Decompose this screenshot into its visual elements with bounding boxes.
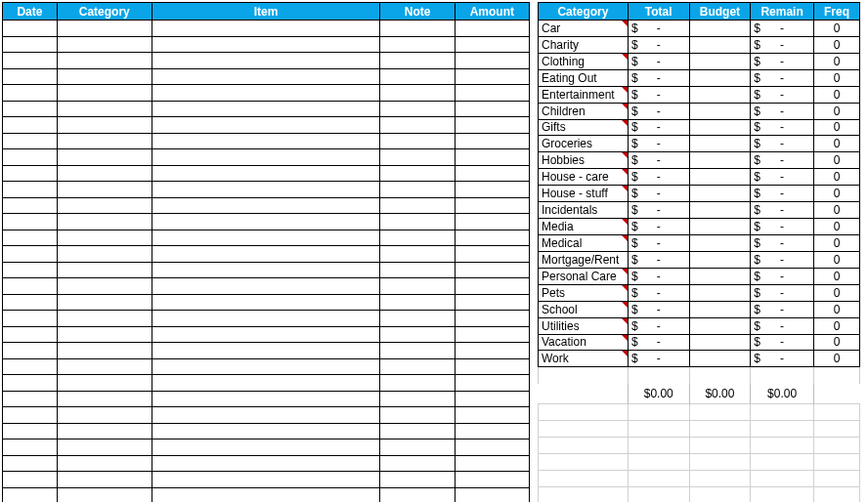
cell[interactable] [57,101,152,117]
category-name-cell[interactable]: Work [539,351,629,367]
cell[interactable] [455,262,529,278]
category-name-cell[interactable]: Medical [539,234,629,251]
cell[interactable] [455,455,529,472]
cell[interactable] [3,439,58,456]
cell[interactable] [152,197,380,214]
cell[interactable] [751,487,814,502]
cell[interactable] [3,455,58,472]
budget-cell[interactable] [689,351,751,367]
budget-cell[interactable] [689,119,751,136]
cell[interactable] [455,278,529,295]
transaction-row[interactable] [3,472,530,488]
cell[interactable] [539,438,629,454]
cell[interactable] [380,165,455,182]
cell[interactable] [380,439,455,456]
cell[interactable] [751,454,814,471]
cell[interactable] [455,294,529,311]
category-name-cell[interactable]: Personal Care [539,268,629,284]
category-name-cell[interactable]: Eating Out [539,69,629,86]
cell[interactable] [152,375,380,392]
category-name-cell[interactable]: Car [539,21,629,37]
category-name-cell[interactable]: Gifts [539,119,629,136]
cell[interactable] [539,454,629,471]
cell[interactable] [3,472,58,488]
freq-cell[interactable]: 0 [813,234,859,251]
transaction-row[interactable] [3,230,530,246]
cell[interactable] [380,423,455,439]
cell[interactable] [3,358,58,375]
cell[interactable] [380,214,455,230]
cell[interactable] [455,21,529,37]
cell[interactable] [57,311,152,327]
category-name-cell[interactable]: Entertainment [539,86,629,103]
cell[interactable] [628,404,689,421]
cell[interactable] [628,421,689,438]
transaction-row[interactable] [3,439,530,456]
cell[interactable] [57,165,152,182]
cell[interactable] [380,230,455,246]
cell[interactable] [751,471,814,487]
budget-cell[interactable] [689,21,751,37]
cell[interactable] [57,197,152,214]
cell[interactable] [152,68,380,85]
cell[interactable] [3,423,58,439]
cell[interactable] [628,438,689,454]
category-name-cell[interactable]: Children [539,103,629,119]
transaction-row[interactable] [3,21,530,37]
remain-cell[interactable]: $- [751,119,814,136]
total-cell[interactable]: $- [628,69,689,86]
transaction-row[interactable] [3,133,530,149]
cell[interactable] [455,423,529,439]
total-cell[interactable]: $- [628,136,689,152]
cell[interactable] [380,326,455,343]
cell[interactable] [751,404,814,421]
total-cell[interactable]: $- [628,351,689,367]
remain-cell[interactable]: $- [751,202,814,219]
cell[interactable] [380,182,455,198]
cell[interactable] [152,246,380,263]
cell[interactable] [455,101,529,117]
total-cell[interactable]: $- [628,36,689,53]
category-name-cell[interactable]: Clothing [539,53,629,69]
cell[interactable] [152,53,380,69]
cell[interactable] [3,182,58,198]
cell[interactable] [3,53,58,69]
cell[interactable] [813,471,859,487]
transaction-row[interactable] [3,391,530,407]
transaction-row[interactable] [3,53,530,69]
total-cell[interactable]: $- [628,317,689,334]
cell[interactable] [455,197,529,214]
budget-cell[interactable] [689,219,751,235]
cell[interactable] [455,391,529,407]
cell[interactable] [57,230,152,246]
cell[interactable] [57,21,152,37]
budget-cell[interactable] [689,234,751,251]
cell[interactable] [751,438,814,454]
cell[interactable] [57,246,152,263]
remain-cell[interactable]: $- [751,86,814,103]
cell[interactable] [57,343,152,359]
budget-cell[interactable] [689,301,751,317]
budget-cell[interactable] [689,202,751,219]
cell[interactable] [455,246,529,263]
freq-cell[interactable]: 0 [813,69,859,86]
cell[interactable] [380,358,455,375]
cell[interactable] [57,294,152,311]
cell[interactable] [152,343,380,359]
cell[interactable] [380,278,455,295]
cell[interactable] [152,311,380,327]
category-name-cell[interactable]: Pets [539,284,629,301]
cell[interactable] [152,149,380,166]
cell[interactable] [689,471,751,487]
cell[interactable] [3,165,58,182]
total-cell[interactable]: $- [628,53,689,69]
total-cell[interactable]: $- [628,169,689,186]
freq-cell[interactable]: 0 [813,186,859,202]
cell[interactable] [380,391,455,407]
total-cell[interactable]: $- [628,21,689,37]
budget-cell[interactable] [689,36,751,53]
total-cell[interactable]: $- [628,251,689,268]
freq-cell[interactable]: 0 [813,103,859,119]
cell[interactable] [57,391,152,407]
cell[interactable] [3,487,58,502]
